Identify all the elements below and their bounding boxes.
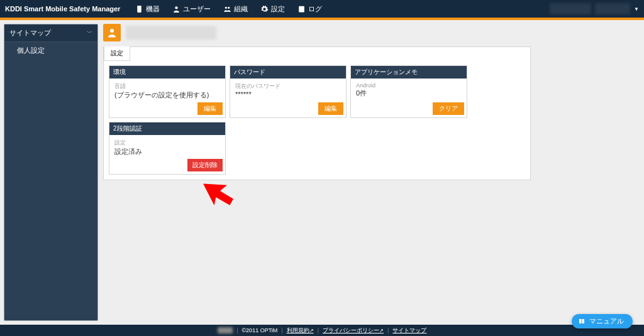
sidebar: サイトマップ ﹀ 個人設定 xyxy=(0,20,98,325)
card-mfa-title: 2段階認証 xyxy=(109,122,225,135)
footer-link-terms[interactable]: 利用規約↗ xyxy=(287,327,314,335)
org-icon xyxy=(223,5,231,13)
edit-password-button[interactable]: 編集 xyxy=(318,102,343,115)
device-icon xyxy=(135,5,143,13)
svg-rect-4 xyxy=(299,6,305,12)
sidebar-header[interactable]: サイトマップ ﹀ xyxy=(4,24,97,42)
person-icon xyxy=(106,27,118,38)
card-password-value: ****** xyxy=(235,90,341,98)
card-mfa-label: 設定 xyxy=(114,139,220,147)
topbar: KDDI Smart Mobile Safety Manager 機器 ユーザー… xyxy=(0,0,644,18)
nav-users[interactable]: ユーザー xyxy=(172,4,211,14)
card-environment-title: 環境 xyxy=(109,66,225,79)
nav-settings-label: 設定 xyxy=(271,4,285,14)
nav-users-label: ユーザー xyxy=(183,4,211,14)
footer-link-sitemap[interactable]: サイトマップ xyxy=(392,327,426,335)
log-icon xyxy=(297,5,306,13)
nav-logs-label: ログ xyxy=(308,4,322,14)
card-environment-label: 言語 xyxy=(114,82,220,90)
nav: 機器 ユーザー 組織 設定 ログ xyxy=(135,4,322,14)
footer-copyright: ©2011 OPTiM xyxy=(242,327,277,333)
nav-devices-label: 機器 xyxy=(146,4,160,14)
header-org xyxy=(550,3,591,14)
nav-orgs-label: 組織 xyxy=(234,4,248,14)
avatar xyxy=(103,24,121,41)
svg-point-3 xyxy=(228,6,230,8)
nav-settings[interactable]: 設定 xyxy=(260,4,285,14)
brand: KDDI Smart Mobile Safety Manager xyxy=(5,5,120,13)
card-app-memo: アプリケーションメモ Android 0件 クリア xyxy=(350,65,467,118)
footer-blur: x xyxy=(218,327,233,333)
card-mfa-value: 設定済み xyxy=(114,147,220,156)
settings-panel: 設定 環境 言語 (ブラウザーの設定を使用する) 編集 パスワード 現在のパスワ… xyxy=(103,46,531,180)
card-password-label: 現在のパスワード xyxy=(235,82,341,90)
delete-mfa-button[interactable]: 設定削除 xyxy=(187,159,223,171)
svg-point-5 xyxy=(110,29,114,33)
book-icon xyxy=(578,318,586,325)
clear-memo-button[interactable]: クリア xyxy=(433,102,464,115)
nav-orgs[interactable]: 組織 xyxy=(223,4,248,14)
page-title-row xyxy=(103,24,639,41)
card-app-memo-title: アプリケーションメモ xyxy=(351,66,467,79)
svg-rect-0 xyxy=(138,6,142,13)
manual-button[interactable]: マニュアル xyxy=(572,314,633,328)
gear-icon xyxy=(260,5,269,13)
chevron-down-icon: ﹀ xyxy=(87,29,92,37)
card-password: パスワード 現在のパスワード ****** 編集 xyxy=(230,65,347,118)
card-app-memo-label: Android xyxy=(356,82,462,89)
nav-devices[interactable]: 機器 xyxy=(135,4,160,14)
sidebar-item-personal-settings[interactable]: 個人設定 xyxy=(4,42,97,59)
footer-link-privacy[interactable]: プライバシーポリシー↗ xyxy=(323,327,384,335)
footer: x | ©2011 OPTiM | 利用規約↗ | プライバシーポリシー↗ | … xyxy=(0,325,644,336)
chevron-down-icon[interactable]: ▼ xyxy=(634,6,639,12)
svg-point-1 xyxy=(175,6,178,9)
nav-logs[interactable]: ログ xyxy=(297,4,322,14)
sidebar-header-label: サイトマップ xyxy=(9,28,51,38)
card-environment: 環境 言語 (ブラウザーの設定を使用する) 編集 xyxy=(109,65,226,118)
user-icon xyxy=(172,5,180,13)
header-user[interactable] xyxy=(595,3,630,14)
page-title xyxy=(126,26,216,40)
card-password-title: パスワード xyxy=(230,66,346,79)
main: 設定 環境 言語 (ブラウザーの設定を使用する) 編集 パスワード 現在のパスワ… xyxy=(98,20,644,325)
edit-environment-button[interactable]: 編集 xyxy=(197,102,223,115)
card-app-memo-value: 0件 xyxy=(356,89,462,98)
card-mfa: 2段階認証 設定 設定済み 設定削除 xyxy=(109,122,226,175)
manual-button-label: マニュアル xyxy=(589,317,624,326)
svg-point-2 xyxy=(225,6,227,8)
tab-settings[interactable]: 設定 xyxy=(104,46,130,61)
card-environment-value: (ブラウザーの設定を使用する) xyxy=(114,90,220,100)
